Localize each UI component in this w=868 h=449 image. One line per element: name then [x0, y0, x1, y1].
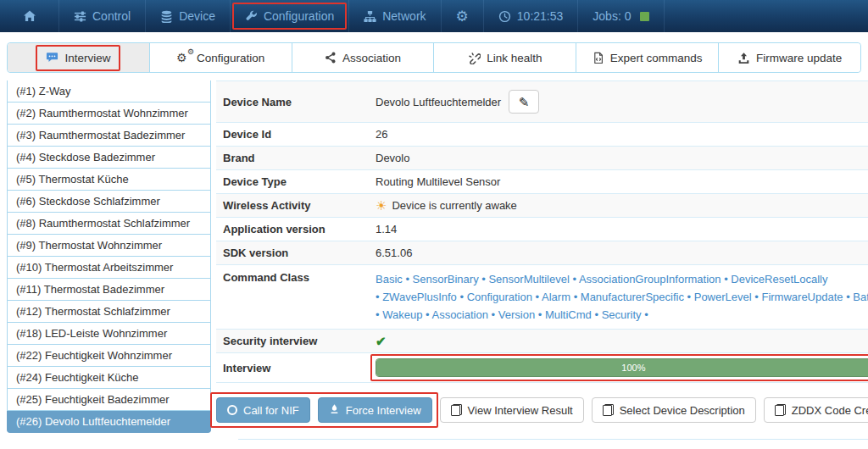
nav-device-label: Device — [179, 9, 215, 23]
sidebar-device-item[interactable]: (#4) Steckdose Badezimmer — [7, 147, 211, 169]
command-class-link[interactable]: ZWavePlusInfo — [382, 291, 457, 303]
row-command-class: Command Class Basic • SensorBinary • Sen… — [216, 265, 868, 330]
nav-jobs[interactable]: Jobs: 0 — [578, 0, 665, 32]
device-type-label: Device Type — [216, 170, 376, 193]
tab-association[interactable]: Association — [292, 43, 435, 72]
sidebar-device-item[interactable]: (#2) Raumthermostat Wohnzimmer — [7, 103, 211, 125]
tab-firmware-update[interactable]: Firmware update — [719, 43, 860, 72]
jobs-status-indicator — [640, 12, 649, 21]
nav-control[interactable]: Control — [59, 0, 146, 32]
command-class-group: • Battery — [846, 291, 868, 303]
sidebar-device-item-label: (#11) Thermostat Badezimmer — [16, 283, 164, 296]
device-details-panel: Device Name Devolo Luftfeuchtemelder ✎ D… — [216, 80, 868, 440]
nav-clock[interactable]: 10:21:53 — [484, 0, 579, 32]
nav-control-label: Control — [92, 9, 131, 23]
sidebar-device-item[interactable]: (#12) Thermostat Schlafzimmer — [7, 301, 211, 323]
sidebar-device-item[interactable]: (#9) Thermostat Wohnzimmer — [7, 235, 211, 257]
nav-configuration[interactable]: Configuration — [231, 0, 349, 32]
tab-expert-commands-label: Expert commands — [610, 52, 703, 64]
zddx-code-creator-button[interactable]: ZDDX Code Creator — [764, 397, 868, 423]
command-class-link[interactable]: SensorMultilevel — [488, 273, 569, 285]
bullet-separator: • — [376, 308, 382, 321]
nav-device[interactable]: Device — [146, 0, 231, 32]
bullet-separator: • — [459, 291, 466, 303]
broken-chain-icon — [468, 52, 481, 64]
command-class-link[interactable]: PowerLevel — [694, 291, 752, 303]
wireless-activity-label: Wireless Activity — [216, 194, 376, 217]
command-class-link[interactable]: DeviceResetLocally — [731, 273, 827, 285]
row-application-version: Application version 1.14 — [216, 218, 868, 241]
upload-icon — [737, 52, 750, 64]
tab-configuration[interactable]: ⚙⚙ Configuration — [150, 43, 292, 72]
checkmark-icon: ✔ — [376, 335, 387, 347]
wireless-activity-value: Device is currently awake — [392, 199, 516, 212]
bullet-separator: • — [594, 308, 601, 321]
nav-configuration-label: Configuration — [264, 9, 334, 23]
tab-link-health[interactable]: Link health — [434, 43, 576, 72]
sliders-icon — [74, 10, 86, 23]
sidebar-device-item[interactable]: (#26) Devolo Luftfeuchtemelder — [7, 411, 211, 433]
sidebar-device-item[interactable]: (#6) Steckdose Schlafzimmer — [7, 191, 211, 213]
select-device-description-button[interactable]: Select Device Description — [592, 397, 756, 423]
command-class-group: • ManufacturerSpecific — [574, 291, 684, 303]
sidebar-device-item-label: (#3) Raumthermostat Badezimmer — [16, 129, 185, 141]
sidebar-device-item[interactable]: (#3) Raumthermostat Badezimmer — [7, 125, 211, 147]
device-name-label: Device Name — [216, 87, 376, 117]
row-wireless-activity: Wireless Activity ☀ Device is currently … — [216, 194, 868, 218]
bullet-separator: • — [492, 308, 498, 321]
command-class-link[interactable]: SensorBinary — [413, 273, 479, 285]
wrench-icon — [245, 10, 258, 23]
action-buttons-row: Call for NIF Force Interview View Interv… — [216, 397, 868, 423]
bullet-separator: • — [644, 308, 648, 321]
command-class-group: • SensorBinary — [405, 273, 478, 285]
sidebar-device-item[interactable]: (#1) Z-Way — [7, 80, 211, 103]
command-class-link[interactable]: Security — [602, 308, 642, 321]
command-class-link[interactable]: Version — [498, 308, 535, 321]
sidebar-device-item[interactable]: (#11) Thermostat Badezimmer — [7, 279, 211, 301]
command-class-link[interactable]: Basic — [376, 273, 403, 285]
tab-interview[interactable]: Interview — [8, 43, 150, 72]
view-interview-result-label: View Interview Result — [468, 404, 573, 417]
sidebar-device-item[interactable]: (#22) Feuchtigkeit Wohnzimmer — [7, 345, 211, 367]
force-interview-button[interactable]: Force Interview — [318, 397, 432, 423]
sidebar-device-item[interactable]: (#8) Raumthermostat Schlafzimmer — [7, 213, 211, 235]
sidebar-device-item-label: (#9) Thermostat Wohnzimmer — [16, 239, 162, 252]
sidebar-device-item[interactable]: (#10) Thermostat Arbeitszimmer — [7, 257, 211, 279]
command-class-link[interactable]: Alarm — [542, 291, 570, 303]
nav-settings[interactable]: ⚙ — [442, 0, 484, 32]
command-class-group: • Association — [426, 308, 488, 321]
command-class-link[interactable]: MultiCmd — [545, 308, 592, 321]
device-details-table: Device Name Devolo Luftfeuchtemelder ✎ D… — [216, 80, 868, 383]
tab-expert-commands[interactable]: Expert commands — [576, 43, 719, 72]
bullet-separator: • — [376, 291, 382, 303]
device-tab-bar: Interview ⚙⚙ Configuration Association L… — [7, 42, 861, 73]
command-class-link[interactable]: Configuration — [467, 291, 532, 303]
sidebar-device-item[interactable]: (#5) Thermostat Küche — [7, 169, 211, 191]
sidebar-device-item-label: (#8) Raumthermostat Schlafzimmer — [16, 217, 190, 230]
view-interview-result-button[interactable]: View Interview Result — [440, 397, 584, 423]
clone-icon — [603, 404, 614, 416]
nav-home[interactable] — [0, 0, 59, 32]
edit-device-name-button[interactable]: ✎ — [509, 90, 539, 114]
sidebar-device-item[interactable]: (#18) LED-Leiste Wohnzimmer — [7, 323, 211, 345]
sdk-version-label: SDK version — [216, 241, 376, 264]
command-class-link[interactable]: Wakeup — [382, 308, 422, 321]
call-for-nif-button[interactable]: Call for NIF — [216, 397, 310, 423]
nav-network[interactable]: Network — [349, 0, 441, 32]
sidebar-device-item[interactable]: (#25) Feuchtigkeit Badezimmer — [7, 389, 211, 411]
command-class-link[interactable]: AssociationGroupInformation — [579, 273, 721, 285]
command-class-link[interactable]: Association — [431, 308, 487, 321]
nav-time-label: 10:21:53 — [517, 9, 564, 23]
command-class-link[interactable]: FirmwareUpdate — [761, 291, 843, 303]
nav-jobs-label: Jobs: 0 — [593, 9, 631, 23]
command-class-link[interactable]: ManufacturerSpecific — [581, 291, 684, 303]
row-device-name: Device Name Devolo Luftfeuchtemelder ✎ — [216, 81, 868, 123]
zddx-code-creator-label: ZDDX Code Creator — [792, 404, 868, 417]
command-class-link[interactable]: Battery — [853, 291, 868, 303]
device-list-sidebar: (#1) Z-Way (#2) Raumthermostat Wohnzimme… — [7, 80, 211, 433]
sidebar-device-item[interactable]: (#24) Feuchtigkeit Küche — [7, 367, 211, 389]
security-interview-label: Security interview — [216, 330, 376, 352]
file-code-icon — [593, 52, 604, 64]
tab-association-label: Association — [342, 52, 401, 64]
clock-icon — [498, 10, 511, 23]
